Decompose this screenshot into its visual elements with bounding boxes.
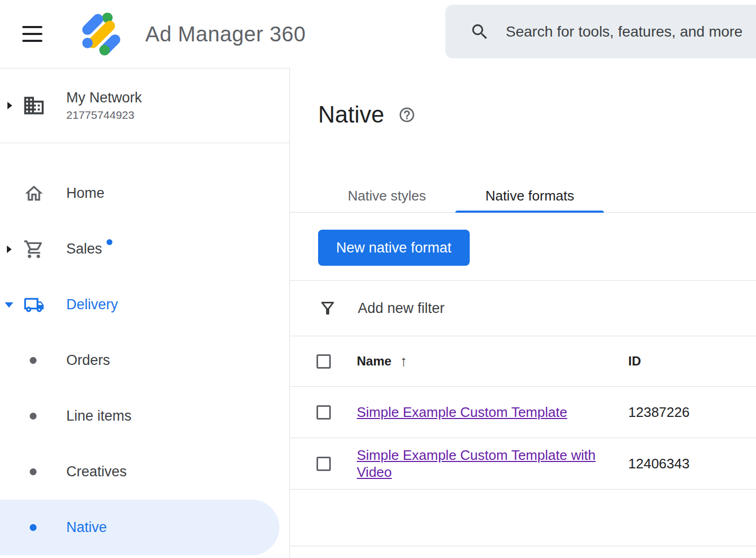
cart-icon: [23, 239, 45, 260]
native-format-id: 12387226: [628, 404, 690, 420]
expand-arrow-icon[interactable]: [7, 102, 12, 109]
table-empty-area: [290, 490, 756, 546]
table-row: Simple Example Custom Template 12387226: [290, 387, 756, 438]
sidebar-item-label: Sales: [66, 241, 102, 257]
bullet-icon: [30, 357, 37, 364]
notification-dot: [107, 239, 112, 245]
sidebar-item-label: Native: [66, 519, 107, 536]
action-row: New native format: [290, 213, 756, 280]
sidebar-item-orders[interactable]: Orders: [0, 333, 289, 388]
select-all-checkbox[interactable]: [317, 354, 331, 369]
sidebar-item-sales[interactable]: Sales: [0, 221, 289, 277]
truck-icon: [23, 294, 45, 316]
menu-button[interactable]: [22, 25, 43, 43]
sidebar-item-delivery[interactable]: Delivery: [0, 277, 289, 333]
tab-label: Native styles: [348, 188, 426, 204]
native-format-link[interactable]: Simple Example Custom Template: [357, 404, 567, 421]
table-header-row: Name ↑ ID: [290, 336, 756, 387]
native-formats-table: Name ↑ ID Simple Example Custom Template…: [290, 336, 756, 546]
page-title: Native: [318, 101, 384, 128]
search-placeholder: Search for tools, features, and more: [506, 23, 743, 40]
help-icon[interactable]: [398, 106, 416, 124]
network-id: 21775744923: [66, 109, 142, 121]
sidebar-item-home[interactable]: Home: [0, 165, 289, 221]
bullet-icon: [30, 468, 37, 475]
sidebar-item-native[interactable]: Native: [0, 500, 279, 555]
tab-native-styles[interactable]: Native styles: [318, 179, 455, 212]
filter-bar[interactable]: Add new filter: [290, 280, 756, 336]
sidebar-item-creatives[interactable]: Creatives: [0, 444, 289, 500]
search-icon: [470, 22, 490, 42]
bullet-icon: [30, 524, 37, 531]
top-bar: Ad Manager 360 Search for tools, feature…: [0, 0, 756, 68]
search-bar[interactable]: Search for tools, features, and more: [445, 5, 756, 58]
ad-manager-logo-icon: [78, 11, 124, 57]
expand-arrow-icon[interactable]: [7, 246, 12, 253]
main-content: Native Native styles Native formats New …: [290, 68, 756, 558]
sidebar-item-label: Delivery: [66, 297, 118, 313]
sidebar-item-label: Orders: [66, 352, 110, 369]
building-icon: [22, 94, 46, 117]
network-selector[interactable]: My Network 21775744923: [0, 68, 289, 143]
filter-placeholder: Add new filter: [358, 300, 445, 317]
row-checkbox[interactable]: [317, 405, 331, 420]
column-header-id: ID: [628, 354, 641, 368]
sidebar-item-label: Home: [66, 185, 104, 202]
sidebar-item-label: Line items: [66, 408, 131, 424]
collapse-arrow-icon[interactable]: [5, 302, 13, 308]
table-row: Simple Example Custom Template with Vide…: [290, 438, 756, 490]
sidebar-item-line-items[interactable]: Line items: [0, 388, 289, 444]
filter-funnel-icon: [318, 299, 337, 318]
page-header: Native: [290, 68, 756, 130]
tab-native-formats[interactable]: Native formats: [455, 179, 604, 212]
sidebar-nav: Home Sales Delivery: [0, 143, 289, 555]
bullet-icon: [30, 413, 37, 420]
native-format-link[interactable]: Simple Example Custom Template with Vide…: [357, 447, 605, 481]
native-format-id: 12406343: [628, 456, 690, 472]
home-icon: [23, 183, 45, 204]
column-header-name[interactable]: Name: [357, 354, 391, 369]
network-name: My Network: [66, 90, 142, 106]
sort-ascending-icon[interactable]: ↑: [400, 353, 407, 370]
app-title: Ad Manager 360: [145, 22, 306, 46]
tab-label: Native formats: [485, 188, 574, 204]
tab-bar: Native styles Native formats: [290, 179, 756, 213]
new-native-format-button[interactable]: New native format: [318, 230, 470, 266]
row-checkbox[interactable]: [317, 457, 331, 471]
sidebar: My Network 21775744923 Home: [0, 68, 290, 558]
sidebar-item-label: Creatives: [66, 464, 127, 480]
